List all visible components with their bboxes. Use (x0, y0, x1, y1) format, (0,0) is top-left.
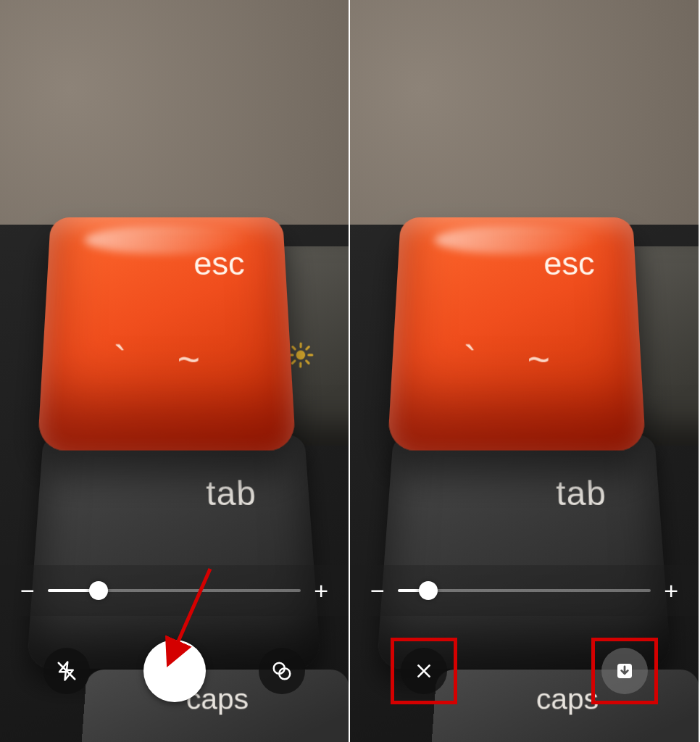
camera-review-panel: tab caps esc ` ~ − + (350, 0, 700, 742)
discard-button[interactable] (401, 648, 447, 694)
svg-line-8 (307, 347, 309, 349)
svg-line-6 (307, 361, 309, 363)
zoom-out-button[interactable]: − (370, 578, 385, 603)
keycap-esc: esc ` ~ (388, 217, 646, 451)
keycap-esc-sublabel: ` ~ (462, 337, 570, 383)
camera-capture-panel: tab caps esc ` ~ − + (0, 0, 350, 742)
svg-point-0 (297, 351, 304, 359)
keycap-tab: tab (376, 435, 671, 669)
close-icon (414, 662, 433, 680)
svg-line-5 (293, 347, 295, 349)
keycap-esc: esc ` ~ (38, 217, 296, 451)
keycap-tab-label: tab (556, 473, 607, 513)
review-controls (350, 635, 699, 707)
zoom-slider[interactable] (398, 589, 651, 592)
zoom-slider-thumb[interactable] (89, 581, 108, 600)
zoom-bar: − + (350, 565, 699, 616)
filters-button[interactable] (259, 648, 305, 694)
zoom-out-button[interactable]: − (20, 578, 35, 603)
download-icon (614, 660, 636, 682)
svg-line-7 (292, 361, 294, 363)
zoom-slider[interactable] (48, 589, 301, 592)
keycap-tab: tab (26, 435, 321, 669)
keycap-esc-label: esc (193, 246, 245, 282)
flash-toggle-button[interactable] (43, 648, 90, 694)
keycap-esc-label: esc (543, 246, 595, 282)
camera-controls (0, 635, 349, 707)
flash-off-icon (56, 660, 78, 682)
keycap-esc-sublabel: ` ~ (112, 337, 220, 383)
zoom-slider-thumb[interactable] (419, 581, 438, 600)
filters-icon (271, 660, 293, 682)
zoom-in-button[interactable]: + (314, 578, 328, 603)
keycap-tab-label: tab (206, 473, 257, 513)
save-button[interactable] (601, 648, 648, 694)
zoom-in-button[interactable]: + (664, 578, 678, 603)
zoom-bar: − + (0, 565, 349, 616)
shutter-button[interactable] (143, 640, 206, 702)
